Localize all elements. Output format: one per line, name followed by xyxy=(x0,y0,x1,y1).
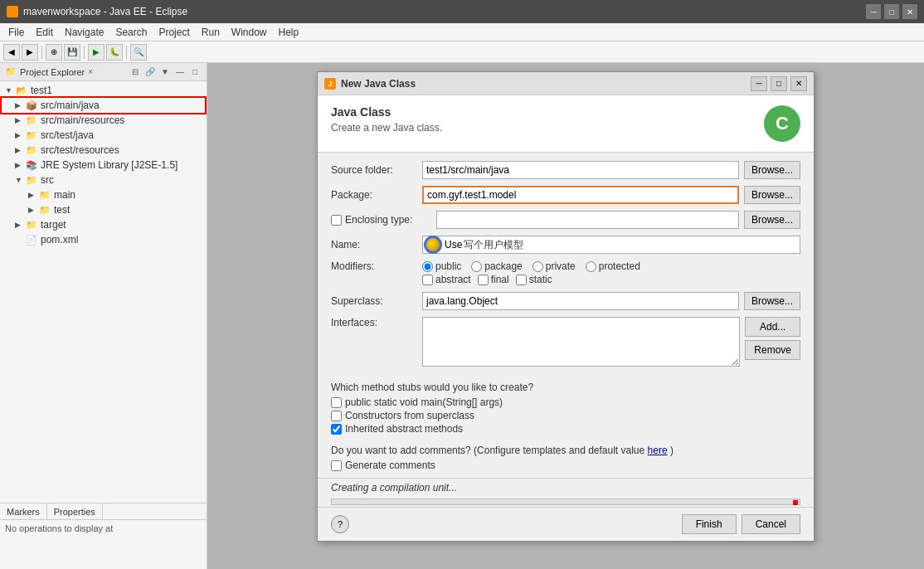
view-menu-button[interactable]: ▼ xyxy=(158,66,172,79)
enclosing-type-browse-button[interactable]: Browse... xyxy=(744,211,800,229)
eclipse-icon xyxy=(7,6,18,17)
tree-item-src-test-resources[interactable]: ▶ 📁 src/test/resources xyxy=(2,143,205,158)
stubs-question: Which method stubs would you like to cre… xyxy=(331,382,800,393)
spinner-icon xyxy=(424,236,442,254)
superclass-browse-button[interactable]: Browse... xyxy=(744,292,800,310)
package-input[interactable] xyxy=(422,186,739,204)
modifier-package-label[interactable]: package xyxy=(471,260,522,272)
tree-item-target[interactable]: ▶ 📁 target xyxy=(2,217,205,232)
tree-item-pom[interactable]: ▶ 📄 pom.xml xyxy=(2,232,205,247)
collapse-arrow: ▶ xyxy=(28,206,38,214)
toolbar-new[interactable]: ⊕ xyxy=(46,44,62,61)
minimize-panel-button[interactable]: — xyxy=(173,66,187,79)
modifiers-label: Modifiers: xyxy=(331,260,422,285)
menu-navigate[interactable]: Navigate xyxy=(60,25,109,40)
finish-button[interactable]: Finish xyxy=(682,514,737,534)
enclosing-type-label: Enclosing type: xyxy=(345,214,436,226)
remove-interface-button[interactable]: Remove xyxy=(745,340,800,360)
dialog-close-button[interactable]: ✕ xyxy=(790,76,807,91)
package-row: Package: Browse... xyxy=(331,186,800,204)
interfaces-buttons: Add... Remove xyxy=(745,317,800,360)
toolbar-separator-1 xyxy=(41,46,42,59)
link-editor-button[interactable]: 🔗 xyxy=(143,66,157,79)
window-controls: ─ □ ✕ xyxy=(866,4,917,19)
cancel-button[interactable]: Cancel xyxy=(742,514,800,534)
dialog-maximize-button[interactable]: □ xyxy=(771,76,787,91)
close-button[interactable]: ✕ xyxy=(902,4,917,19)
folder-icon: 📁 xyxy=(25,129,38,142)
tree-item-src-test-java[interactable]: ▶ 📁 src/test/java xyxy=(2,128,205,143)
tree-item-main[interactable]: ▶ 📁 main xyxy=(2,187,205,202)
modifier-abstract-label[interactable]: abstract xyxy=(422,274,471,285)
tab-properties[interactable]: Properties xyxy=(47,503,103,519)
menu-search[interactable]: Search xyxy=(110,25,152,40)
comments-here-link[interactable]: here xyxy=(648,445,668,456)
minimize-button[interactable]: ─ xyxy=(866,4,881,19)
menu-file[interactable]: File xyxy=(3,25,29,40)
source-folder-input[interactable] xyxy=(422,161,739,179)
menu-help[interactable]: Help xyxy=(274,25,304,40)
tree-label-src-main-java: src/main/java xyxy=(41,100,100,111)
modifier-static-label[interactable]: static xyxy=(516,274,552,285)
add-interface-button[interactable]: Add... xyxy=(745,317,800,337)
toolbar-debug[interactable]: 🐛 xyxy=(106,44,123,61)
modifier-final-label[interactable]: final xyxy=(478,274,509,285)
modifier-public-label[interactable]: public xyxy=(422,260,461,272)
modifier-abstract-checkbox[interactable] xyxy=(422,275,433,285)
modifier-static-checkbox[interactable] xyxy=(516,275,527,285)
tree-item-src-main-resources[interactable]: ▶ 📁 src/main/resources xyxy=(2,113,205,128)
toolbar-back[interactable]: ◀ xyxy=(3,44,20,61)
tree-item-src[interactable]: ▼ 📁 src xyxy=(2,173,205,187)
tree-item-test[interactable]: ▶ 📁 test xyxy=(2,202,205,217)
modifier-static-text: static xyxy=(529,274,552,285)
modifier-protected-label[interactable]: protected xyxy=(586,260,640,272)
modifier-protected-radio[interactable] xyxy=(586,261,596,272)
dialog-window-controls: ─ □ ✕ xyxy=(751,76,807,91)
project-explorer-icon: 📁 xyxy=(5,66,17,77)
maximize-button[interactable]: □ xyxy=(884,4,899,19)
toolbar-save[interactable]: 💾 xyxy=(64,44,80,61)
package-browse-button[interactable]: Browse... xyxy=(744,186,800,204)
menu-window[interactable]: Window xyxy=(226,25,272,40)
new-java-class-dialog: New Java Class ─ □ ✕ Java Class Create a… xyxy=(317,71,815,542)
dialog-title: New Java Class xyxy=(324,78,416,90)
explorer-content[interactable]: ▼ 📂 test1 ▶ 📦 src/main/java ▶ 📁 src/mai xyxy=(0,81,207,503)
superclass-input[interactable] xyxy=(422,292,739,310)
tree-item-jre[interactable]: ▶ 📚 JRE System Library [J2SE-1.5] xyxy=(2,158,205,173)
name-input[interactable] xyxy=(422,236,800,254)
stub-inherited-checkbox[interactable] xyxy=(331,424,342,435)
tab-markers[interactable]: Markers xyxy=(0,503,47,519)
tree-item-src-main-java[interactable]: ▶ 📦 src/main/java xyxy=(2,98,205,113)
enclosing-type-input[interactable] xyxy=(436,211,739,229)
toolbar-forward[interactable]: ▶ xyxy=(22,44,38,61)
modifier-package-radio[interactable] xyxy=(471,261,482,272)
menu-project[interactable]: Project xyxy=(153,25,194,40)
progress-indicator xyxy=(793,500,798,505)
enclosing-type-checkbox[interactable] xyxy=(331,215,342,226)
modifier-private-label[interactable]: private xyxy=(533,260,576,272)
collapse-arrow: ▶ xyxy=(15,116,25,124)
interfaces-input[interactable] xyxy=(422,317,740,367)
dialog-header-subtitle: Create a new Java class. xyxy=(331,122,764,134)
modifier-package-text: package xyxy=(484,260,522,272)
modifier-final-checkbox[interactable] xyxy=(478,275,489,285)
dialog-minimize-button[interactable]: ─ xyxy=(751,76,767,91)
tree-item-test1[interactable]: ▼ 📂 test1 xyxy=(2,83,205,98)
help-button[interactable]: ? xyxy=(331,515,349,533)
stub-constructors-checkbox[interactable] xyxy=(331,411,342,421)
generate-comments-checkbox[interactable] xyxy=(331,460,342,471)
source-folder-browse-button[interactable]: Browse... xyxy=(744,161,800,179)
modifier-public-radio[interactable] xyxy=(422,261,433,272)
maximize-panel-button[interactable]: □ xyxy=(188,66,202,79)
tree-label-main: main xyxy=(54,189,75,201)
menu-edit[interactable]: Edit xyxy=(31,25,58,40)
toolbar-search[interactable]: 🔍 xyxy=(130,44,147,61)
toolbar-run[interactable]: ▶ xyxy=(88,44,105,61)
collapse-all-button[interactable]: ⊟ xyxy=(129,66,142,79)
modifiers-checkbox-group: abstract final static xyxy=(422,274,800,285)
modifier-private-radio[interactable] xyxy=(533,261,543,272)
tree-label-test1: test1 xyxy=(31,85,52,96)
menu-run[interactable]: Run xyxy=(197,25,225,40)
dialog-progress-bar-container xyxy=(318,497,814,507)
stub-main-checkbox[interactable] xyxy=(331,397,342,408)
